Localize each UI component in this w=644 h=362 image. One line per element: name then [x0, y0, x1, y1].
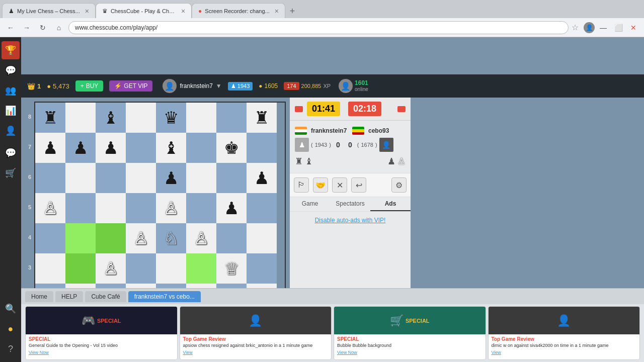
- sidebar-item-friends[interactable]: 👤: [2, 122, 20, 140]
- cell-e4[interactable]: ♘: [156, 223, 186, 253]
- news-card-1-link[interactable]: View Now: [29, 350, 174, 355]
- tab-2-close[interactable]: ×: [181, 7, 185, 15]
- news-card-3-link[interactable]: View Now: [337, 350, 482, 355]
- cell-a4[interactable]: [35, 223, 65, 253]
- cell-a6[interactable]: [35, 163, 65, 193]
- cell-c6[interactable]: [96, 163, 126, 193]
- sidebar-item-search[interactable]: 🔍: [2, 300, 20, 318]
- btab-home[interactable]: Home: [25, 291, 53, 302]
- home-button[interactable]: ⌂: [52, 21, 65, 34]
- cell-e7[interactable]: ♝: [156, 133, 186, 163]
- tab-3[interactable]: ● Screen Recorder: chang... ×: [192, 3, 285, 18]
- resign-button[interactable]: ✕: [332, 177, 347, 193]
- minimize-button[interactable]: —: [597, 21, 610, 34]
- sidebar-item-messages[interactable]: 💬: [2, 144, 20, 162]
- cell-e3[interactable]: [156, 253, 186, 284]
- cell-a3[interactable]: [35, 253, 65, 284]
- sidebar-item-groups[interactable]: 👥: [2, 81, 20, 100]
- cell-g4[interactable]: [216, 223, 247, 253]
- btab-cafe[interactable]: Cube Café: [85, 291, 126, 302]
- cell-h5[interactable]: [247, 193, 277, 223]
- profile-button[interactable]: 👤: [584, 22, 595, 33]
- undo-button[interactable]: ↩: [351, 177, 366, 193]
- cell-c7[interactable]: ♟: [96, 133, 126, 163]
- cell-d5[interactable]: [126, 193, 156, 223]
- close-button[interactable]: ✕: [627, 21, 640, 34]
- cell-b5[interactable]: [65, 193, 96, 223]
- flag-button[interactable]: 🏳: [294, 177, 309, 193]
- news-card-2[interactable]: 👤 Top Game Review apsiow chess resigned …: [180, 306, 332, 360]
- sidebar-item-shop[interactable]: 🛒: [2, 164, 20, 182]
- cell-h4[interactable]: [247, 223, 277, 253]
- news-card-1[interactable]: 🎮 SPECIAL SPECIAL General Guide to the O…: [25, 306, 178, 360]
- cell-e6[interactable]: ♟: [156, 163, 186, 193]
- cell-b4[interactable]: [65, 223, 96, 253]
- cell-b8[interactable]: [65, 103, 96, 133]
- cell-b6[interactable]: [65, 163, 96, 193]
- maximize-button[interactable]: ⬜: [612, 21, 625, 34]
- cell-g8[interactable]: [216, 103, 247, 133]
- cell-f4[interactable]: ♙: [186, 223, 216, 253]
- url-input[interactable]: www.chesscube.com/play/app/: [68, 21, 569, 34]
- bookmark-button[interactable]: ☆: [572, 23, 579, 32]
- reload-button[interactable]: ↻: [36, 21, 49, 34]
- sidebar-item-coins[interactable]: ●: [2, 320, 20, 338]
- buy-button[interactable]: + BUY: [75, 80, 104, 92]
- cell-a5[interactable]: ♙: [35, 193, 65, 223]
- btab-help[interactable]: HELP: [55, 291, 83, 302]
- cell-b7[interactable]: ♟: [65, 133, 96, 163]
- cell-h7[interactable]: [247, 133, 277, 163]
- cell-g5[interactable]: ♟: [216, 193, 247, 223]
- cell-h8[interactable]: ♜: [247, 103, 277, 133]
- tab-ads[interactable]: Ads: [370, 197, 411, 211]
- tab-spectators[interactable]: Spectators: [330, 197, 370, 211]
- cell-b3[interactable]: [65, 253, 96, 284]
- news-card-4[interactable]: 👤 Top Game Review dimic w on against siv…: [488, 306, 640, 360]
- cell-c3[interactable]: ♙: [96, 253, 126, 284]
- dropdown-icon[interactable]: ▼: [216, 82, 222, 89]
- settings-button[interactable]: ⚙: [391, 177, 407, 193]
- news-card-2-link[interactable]: View: [183, 350, 329, 355]
- cell-f7[interactable]: [186, 133, 216, 163]
- cell-g7[interactable]: ♚: [216, 133, 247, 163]
- sidebar-item-stats[interactable]: 📊: [2, 102, 20, 120]
- cell-h3[interactable]: [247, 253, 277, 284]
- tab-1[interactable]: ♟ My Live Chess – Chess... ×: [2, 3, 96, 18]
- news-card-3[interactable]: 🛒 SPECIAL SPECIAL Bubble Bubble backgrou…: [334, 306, 486, 360]
- cell-f5[interactable]: [186, 193, 216, 223]
- disable-ads-link[interactable]: Disable auto-ads with VIP!: [315, 217, 386, 224]
- cell-d3[interactable]: [126, 253, 156, 284]
- new-tab-button[interactable]: +: [285, 4, 299, 18]
- cell-f6[interactable]: [186, 163, 216, 193]
- vip-button[interactable]: ⚡ GET VIP: [109, 80, 152, 92]
- tab-game[interactable]: Game: [290, 197, 330, 211]
- tab-3-close[interactable]: ×: [275, 7, 279, 15]
- cell-g3[interactable]: ♕: [216, 253, 247, 284]
- tab-2[interactable]: ♛ ChessCube - Play & Cha... ×: [96, 3, 192, 18]
- cell-c4[interactable]: [96, 223, 126, 253]
- cell-f8[interactable]: [186, 103, 216, 133]
- cell-f3[interactable]: [186, 253, 216, 284]
- cell-e8[interactable]: ♛: [156, 103, 186, 133]
- sidebar-item-help[interactable]: ?: [2, 340, 20, 358]
- cell-c5[interactable]: [96, 193, 126, 223]
- cell-e5[interactable]: ♙: [156, 193, 186, 223]
- news-card-4-link[interactable]: View: [492, 350, 637, 355]
- cell-a7[interactable]: ♟: [35, 133, 65, 163]
- cell-h6[interactable]: ♟: [247, 163, 277, 193]
- cell-d7[interactable]: [126, 133, 156, 163]
- cell-d4[interactable]: ♙: [126, 223, 156, 253]
- coins-amount: 5,473: [53, 82, 69, 90]
- cell-c8[interactable]: ♝: [96, 103, 126, 133]
- cell-a8[interactable]: ♜: [35, 103, 65, 133]
- draw-button[interactable]: 🤝: [313, 177, 328, 193]
- sidebar-item-trophy[interactable]: 🏆: [2, 41, 20, 59]
- tab-1-close[interactable]: ×: [85, 7, 89, 15]
- cell-d8[interactable]: [126, 103, 156, 133]
- back-button[interactable]: ←: [4, 21, 17, 34]
- sidebar-item-chat[interactable]: 💬: [2, 61, 20, 79]
- cell-d6[interactable]: [126, 163, 156, 193]
- btab-game[interactable]: franknstein7 vs cebo...: [128, 291, 201, 302]
- cell-g6[interactable]: [216, 163, 247, 193]
- forward-button[interactable]: →: [20, 21, 33, 34]
